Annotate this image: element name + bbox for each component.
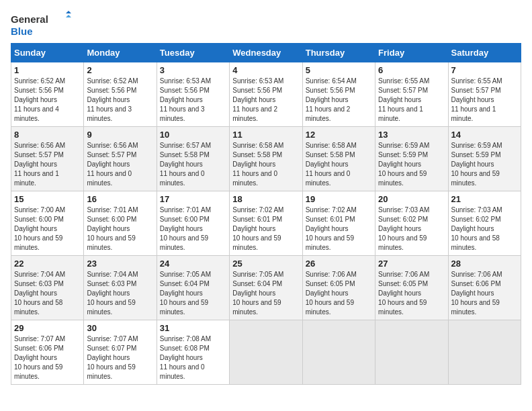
- week-row-5: 29Sunrise: 7:07 AMSunset: 6:06 PMDayligh…: [11, 320, 521, 385]
- col-header-wednesday: Wednesday: [230, 44, 302, 62]
- logo: General Blue: [11, 11, 71, 38]
- day-number: 24: [160, 259, 226, 269]
- col-header-sunday: Sunday: [11, 44, 84, 62]
- col-header-friday: Friday: [375, 44, 448, 62]
- logo-svg: General Blue: [11, 11, 71, 38]
- day-number: 4: [232, 65, 299, 75]
- day-info: Sunrise: 7:05 AMSunset: 6:04 PMDaylight …: [160, 270, 226, 317]
- calendar-cell: 21Sunrise: 7:03 AMSunset: 6:02 PMDayligh…: [448, 191, 521, 256]
- day-info: Sunrise: 7:05 AMSunset: 6:04 PMDaylight …: [232, 270, 299, 317]
- day-info: Sunrise: 6:53 AMSunset: 5:56 PMDaylight …: [160, 77, 226, 124]
- calendar-cell: [448, 320, 521, 385]
- day-info: Sunrise: 7:04 AMSunset: 6:03 PMDaylight …: [87, 270, 153, 317]
- calendar-cell: 6Sunrise: 6:55 AMSunset: 5:57 PMDaylight…: [375, 62, 448, 127]
- calendar-cell: [302, 320, 375, 385]
- calendar-header-row: SundayMondayTuesdayWednesdayThursdayFrid…: [11, 44, 521, 62]
- week-row-1: 1Sunrise: 6:52 AMSunset: 5:56 PMDaylight…: [11, 62, 521, 127]
- day-info: Sunrise: 7:02 AMSunset: 6:01 PMDaylight …: [232, 205, 299, 253]
- calendar-cell: 28Sunrise: 7:06 AMSunset: 6:06 PMDayligh…: [448, 256, 521, 320]
- day-number: 30: [87, 323, 153, 333]
- day-info: Sunrise: 6:53 AMSunset: 5:56 PMDaylight …: [232, 77, 299, 124]
- day-number: 2: [87, 65, 153, 75]
- calendar-cell: 20Sunrise: 7:03 AMSunset: 6:02 PMDayligh…: [375, 191, 448, 256]
- col-header-tuesday: Tuesday: [157, 44, 229, 62]
- calendar-cell: 3Sunrise: 6:53 AMSunset: 5:56 PMDaylight…: [157, 62, 229, 127]
- day-number: 9: [87, 130, 153, 140]
- day-info: Sunrise: 6:55 AMSunset: 5:57 PMDaylight …: [378, 77, 445, 124]
- day-info: Sunrise: 7:06 AMSunset: 6:06 PMDaylight …: [451, 270, 518, 317]
- day-number: 27: [378, 259, 445, 269]
- calendar-cell: 17Sunrise: 7:01 AMSunset: 6:00 PMDayligh…: [157, 191, 229, 256]
- day-info: Sunrise: 7:06 AMSunset: 6:05 PMDaylight …: [378, 270, 445, 317]
- day-info: Sunrise: 6:57 AMSunset: 5:58 PMDaylight …: [160, 141, 226, 188]
- week-row-2: 8Sunrise: 6:56 AMSunset: 5:57 PMDaylight…: [11, 127, 521, 191]
- calendar-cell: 2Sunrise: 6:52 AMSunset: 5:56 PMDaylight…: [84, 62, 157, 127]
- calendar-cell: 16Sunrise: 7:01 AMSunset: 6:00 PMDayligh…: [84, 191, 157, 256]
- day-info: Sunrise: 6:54 AMSunset: 5:56 PMDaylight …: [306, 77, 372, 124]
- day-number: 11: [232, 130, 299, 140]
- day-info: Sunrise: 7:07 AMSunset: 6:06 PMDaylight …: [14, 334, 81, 381]
- calendar-cell: 18Sunrise: 7:02 AMSunset: 6:01 PMDayligh…: [230, 191, 302, 256]
- calendar-cell: 25Sunrise: 7:05 AMSunset: 6:04 PMDayligh…: [230, 256, 302, 320]
- calendar-cell: 27Sunrise: 7:06 AMSunset: 6:05 PMDayligh…: [375, 256, 448, 320]
- day-number: 13: [378, 130, 445, 140]
- day-number: 23: [87, 259, 153, 269]
- calendar-cell: 12Sunrise: 6:58 AMSunset: 5:58 PMDayligh…: [302, 127, 375, 191]
- day-number: 17: [160, 194, 226, 204]
- day-number: 25: [232, 259, 299, 269]
- day-info: Sunrise: 6:52 AMSunset: 5:56 PMDaylight …: [14, 77, 81, 124]
- day-number: 18: [232, 194, 299, 204]
- day-info: Sunrise: 6:55 AMSunset: 5:57 PMDaylight …: [451, 77, 518, 124]
- calendar-cell: 1Sunrise: 6:52 AMSunset: 5:56 PMDaylight…: [11, 62, 84, 127]
- day-info: Sunrise: 6:56 AMSunset: 5:57 PMDaylight …: [87, 141, 153, 188]
- day-number: 1: [14, 65, 81, 75]
- day-number: 31: [160, 323, 226, 333]
- day-number: 19: [306, 194, 372, 204]
- calendar-cell: 5Sunrise: 6:54 AMSunset: 5:56 PMDaylight…: [302, 62, 375, 127]
- calendar-body: 1Sunrise: 6:52 AMSunset: 5:56 PMDaylight…: [11, 62, 521, 385]
- day-number: 28: [451, 259, 518, 269]
- calendar-cell: 11Sunrise: 6:58 AMSunset: 5:58 PMDayligh…: [230, 127, 302, 191]
- day-number: 8: [14, 130, 81, 140]
- svg-text:Blue: Blue: [11, 26, 33, 37]
- day-info: Sunrise: 7:03 AMSunset: 6:02 PMDaylight …: [378, 205, 445, 253]
- day-info: Sunrise: 7:02 AMSunset: 6:01 PMDaylight …: [306, 205, 372, 253]
- day-info: Sunrise: 7:00 AMSunset: 6:00 PMDaylight …: [14, 205, 81, 253]
- svg-text:General: General: [11, 13, 48, 25]
- day-number: 29: [14, 323, 81, 333]
- day-info: Sunrise: 6:52 AMSunset: 5:56 PMDaylight …: [87, 77, 153, 124]
- calendar-cell: 13Sunrise: 6:59 AMSunset: 5:59 PMDayligh…: [375, 127, 448, 191]
- day-number: 26: [306, 259, 372, 269]
- day-number: 21: [451, 194, 518, 204]
- calendar-cell: 29Sunrise: 7:07 AMSunset: 6:06 PMDayligh…: [11, 320, 84, 385]
- calendar-cell: 26Sunrise: 7:06 AMSunset: 6:05 PMDayligh…: [302, 256, 375, 320]
- calendar-cell: 24Sunrise: 7:05 AMSunset: 6:04 PMDayligh…: [157, 256, 229, 320]
- calendar-cell: 15Sunrise: 7:00 AMSunset: 6:00 PMDayligh…: [11, 191, 84, 256]
- calendar-cell: 19Sunrise: 7:02 AMSunset: 6:01 PMDayligh…: [302, 191, 375, 256]
- day-number: 7: [451, 65, 518, 75]
- day-info: Sunrise: 7:03 AMSunset: 6:02 PMDaylight …: [451, 205, 518, 253]
- calendar-cell: [375, 320, 448, 385]
- calendar-cell: 23Sunrise: 7:04 AMSunset: 6:03 PMDayligh…: [84, 256, 157, 320]
- day-info: Sunrise: 7:01 AMSunset: 6:00 PMDaylight …: [87, 205, 153, 253]
- col-header-saturday: Saturday: [448, 44, 521, 62]
- svg-marker-3: [66, 15, 71, 17]
- day-info: Sunrise: 6:59 AMSunset: 5:59 PMDaylight …: [451, 141, 518, 188]
- calendar-cell: 8Sunrise: 6:56 AMSunset: 5:57 PMDaylight…: [11, 127, 84, 191]
- day-number: 22: [14, 259, 81, 269]
- day-number: 16: [87, 194, 153, 204]
- day-info: Sunrise: 6:59 AMSunset: 5:59 PMDaylight …: [378, 141, 445, 188]
- week-row-4: 22Sunrise: 7:04 AMSunset: 6:03 PMDayligh…: [11, 256, 521, 320]
- col-header-thursday: Thursday: [302, 44, 375, 62]
- calendar-cell: 9Sunrise: 6:56 AMSunset: 5:57 PMDaylight…: [84, 127, 157, 191]
- week-row-3: 15Sunrise: 7:00 AMSunset: 6:00 PMDayligh…: [11, 191, 521, 256]
- calendar-cell: 4Sunrise: 6:53 AMSunset: 5:56 PMDaylight…: [230, 62, 302, 127]
- day-info: Sunrise: 6:58 AMSunset: 5:58 PMDaylight …: [232, 141, 299, 188]
- calendar-cell: 22Sunrise: 7:04 AMSunset: 6:03 PMDayligh…: [11, 256, 84, 320]
- svg-marker-2: [66, 11, 71, 13]
- day-info: Sunrise: 7:01 AMSunset: 6:00 PMDaylight …: [160, 205, 226, 253]
- day-info: Sunrise: 7:04 AMSunset: 6:03 PMDaylight …: [14, 270, 81, 317]
- day-number: 3: [160, 65, 226, 75]
- day-number: 15: [14, 194, 81, 204]
- day-number: 14: [451, 130, 518, 140]
